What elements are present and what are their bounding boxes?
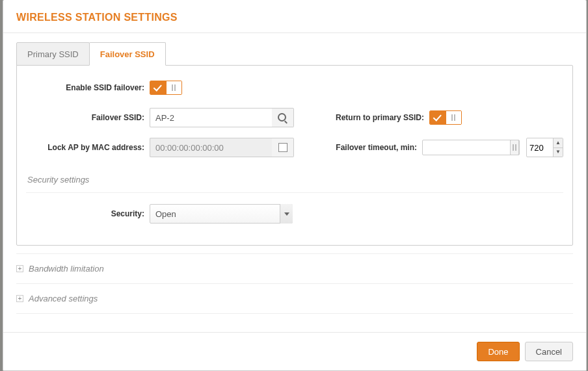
pause-icon: [451, 114, 455, 121]
input-failover-ssid[interactable]: [150, 108, 272, 127]
spinner-failover-timeout[interactable]: ▲ ▼: [526, 138, 563, 157]
label-failover-ssid: Failover SSID:: [26, 113, 150, 122]
failover-panel: Enable SSID failover: Failover SSID:: [16, 65, 573, 246]
checkbox-lock-mac[interactable]: [278, 143, 287, 152]
spinner-down[interactable]: ▼: [554, 148, 563, 157]
dialog-title: WIRELESS STATION SETTINGS: [3, 0, 586, 33]
label-return-primary: Return to primary SSID:: [306, 113, 429, 122]
cancel-button[interactable]: Cancel: [525, 342, 573, 361]
input-lock-mac: [150, 138, 272, 157]
slider-failover-timeout[interactable]: [422, 140, 520, 155]
accordion-bandwidth-limitation[interactable]: + Bandwidth limitation: [16, 253, 573, 283]
slider-knob[interactable]: [510, 140, 519, 155]
button-search-ssid[interactable]: [272, 108, 294, 127]
select-security[interactable]: [150, 204, 293, 224]
label-security: Security:: [26, 209, 150, 218]
label-enable-failover: Enable SSID failover:: [26, 83, 150, 92]
tab-primary-ssid[interactable]: Primary SSID: [16, 42, 90, 66]
search-icon: [278, 114, 287, 122]
check-icon: [434, 115, 442, 121]
toggle-return-primary[interactable]: [429, 110, 462, 125]
input-failover-timeout[interactable]: [527, 138, 553, 157]
label-advanced-settings: Advanced settings: [29, 294, 98, 303]
label-failover-timeout: Failover timeout, min:: [299, 143, 422, 152]
dialog-footer: Done Cancel: [3, 332, 586, 370]
check-icon: [154, 85, 162, 91]
expand-icon: +: [16, 295, 23, 302]
tab-failover-ssid[interactable]: Failover SSID: [89, 42, 166, 66]
toggle-enable-failover[interactable]: [150, 81, 182, 95]
label-bandwidth-limitation: Bandwidth limitation: [29, 264, 104, 274]
pause-icon: [172, 84, 176, 91]
label-lock-mac: Lock AP by MAC address:: [26, 143, 150, 152]
done-button[interactable]: Done: [477, 342, 519, 361]
dialog-wireless-station-settings: WIRELESS STATION SETTINGS Primary SSID F…: [3, 0, 587, 371]
ssid-tabs: Primary SSID Failover SSID: [16, 42, 573, 66]
heading-security-settings: Security settings: [27, 175, 563, 185]
accordion-advanced-settings[interactable]: + Advanced settings: [16, 283, 573, 314]
expand-icon: +: [16, 265, 23, 272]
spinner-up[interactable]: ▲: [554, 138, 563, 148]
